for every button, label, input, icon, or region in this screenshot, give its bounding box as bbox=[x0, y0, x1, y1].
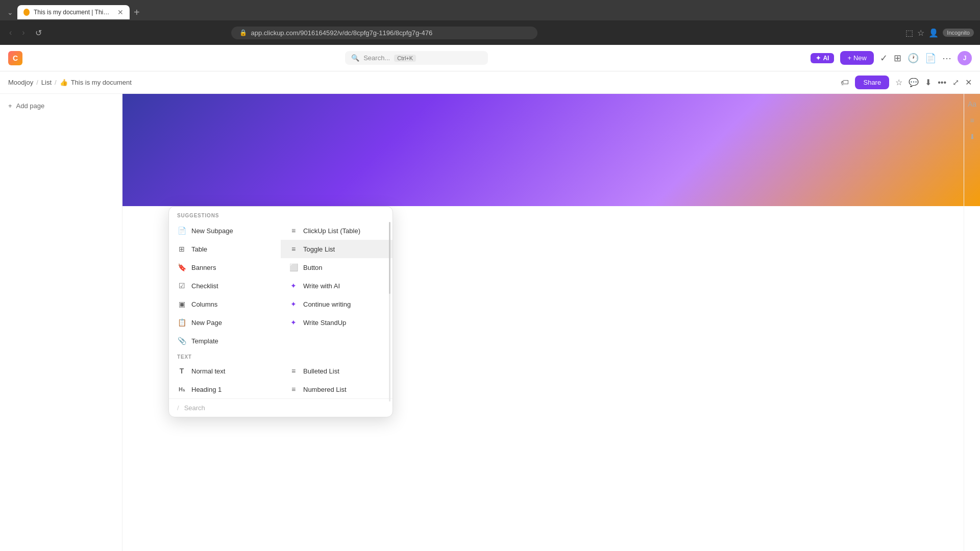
tag-icon[interactable]: 🏷 bbox=[841, 78, 849, 87]
tab-group-back[interactable]: ⌄ bbox=[5, 6, 15, 18]
suggestion-new-subpage[interactable]: 📄 New Subpage bbox=[169, 221, 281, 240]
new-page-label: New Page bbox=[191, 319, 222, 327]
star-icon[interactable]: ☆ bbox=[895, 78, 902, 87]
bulleted-list-label: Bulleted List bbox=[303, 367, 339, 375]
new-label: New bbox=[853, 54, 867, 62]
suggestion-template[interactable]: 📎 Template bbox=[169, 332, 281, 350]
ai-badge[interactable]: ✦ AI bbox=[811, 53, 834, 63]
download-icon[interactable]: ⬇ bbox=[925, 78, 932, 87]
suggestion-toggle-list[interactable]: ≡ Toggle List bbox=[281, 240, 393, 258]
columns-icon: ▣ bbox=[177, 299, 186, 309]
slash-prefix: / bbox=[177, 404, 179, 412]
bookmark-icon[interactable]: ☆ bbox=[917, 28, 924, 38]
breadcrumb-sep-2: / bbox=[55, 79, 57, 86]
banner bbox=[0, 94, 980, 206]
heading1-label: Heading 1 bbox=[191, 386, 222, 393]
app-logo: C bbox=[8, 51, 22, 65]
suggestion-numbered-list[interactable]: ≡ Numbered List bbox=[281, 380, 393, 398]
text-section-label: TEXT bbox=[169, 350, 393, 362]
suggestions-dropdown: SUGGESTIONS 📄 New Subpage ≡ ClickUp List… bbox=[168, 206, 393, 417]
banners-icon: 🔖 bbox=[177, 263, 186, 272]
tool-2[interactable]: ⬇ bbox=[969, 133, 975, 141]
suggestion-normal-text[interactable]: T Normal text bbox=[169, 362, 281, 380]
numbered-list-label: Numbered List bbox=[303, 386, 347, 393]
avatar[interactable]: J bbox=[958, 51, 972, 65]
tab-bar: ⌄ This is my document | This is m... ✕ + bbox=[0, 0, 980, 20]
suggestion-table[interactable]: ⊞ Table bbox=[169, 240, 281, 258]
breadcrumb-doc[interactable]: This is my document bbox=[71, 79, 132, 86]
suggestion-checklist[interactable]: ☑ Checklist bbox=[169, 277, 281, 295]
refresh-button[interactable]: ↺ bbox=[32, 26, 45, 40]
suggestion-banners[interactable]: 🔖 Banners bbox=[169, 258, 281, 277]
doc-header: Moodjoy / List / 👍 This is my document 🏷… bbox=[0, 71, 980, 94]
grid-icon[interactable]: ⊞ bbox=[894, 53, 901, 64]
tool-1[interactable]: ≡ bbox=[970, 116, 974, 124]
comments-icon[interactable]: 💬 bbox=[909, 78, 919, 87]
cast-icon[interactable]: ⬚ bbox=[905, 28, 913, 38]
more-options-icon[interactable]: ••• bbox=[938, 78, 946, 87]
suggestion-columns[interactable]: ▣ Columns bbox=[169, 295, 281, 313]
new-button[interactable]: + New bbox=[840, 51, 874, 65]
ai-sparkle-icon: ✦ bbox=[816, 55, 821, 62]
browser-actions: ⬚ ☆ 👤 Incognito bbox=[905, 28, 974, 38]
breadcrumb: Moodjoy / List / 👍 This is my document bbox=[8, 79, 132, 86]
dropdown-search-placeholder: Search bbox=[184, 404, 205, 412]
suggestion-write-ai[interactable]: ✦ Write with AI bbox=[281, 277, 393, 295]
table-label: Table bbox=[191, 245, 207, 253]
template-icon: 📎 bbox=[177, 336, 186, 345]
forward-button[interactable]: › bbox=[19, 26, 28, 39]
suggestion-bulleted-list[interactable]: ≡ Bulleted List bbox=[281, 362, 393, 380]
suggestion-write-standup[interactable]: ✦ Write StandUp bbox=[281, 313, 393, 332]
font-size-tool[interactable]: Aa bbox=[968, 100, 976, 108]
button-icon: ⬜ bbox=[289, 263, 298, 272]
header-actions: + New ✓ ⊞ 🕐 📄 ⋯ J bbox=[840, 51, 972, 65]
apps-icon[interactable]: ⋯ bbox=[942, 53, 951, 64]
toggle-list-label: Toggle List bbox=[303, 245, 335, 253]
address-bar[interactable]: 🔒 app.clickup.com/9016164592/v/dc/8cpfg7… bbox=[231, 27, 537, 39]
breadcrumb-workspace[interactable]: Moodjoy bbox=[8, 79, 33, 86]
breadcrumb-list[interactable]: List bbox=[41, 79, 52, 86]
suggestion-new-page[interactable]: 📋 New Page bbox=[169, 313, 281, 332]
tab-close-icon[interactable]: ✕ bbox=[117, 8, 124, 16]
columns-label: Columns bbox=[191, 300, 217, 308]
share-button[interactable]: Share bbox=[855, 76, 889, 89]
suggestion-clickup-list[interactable]: ≡ ClickUp List (Table) bbox=[281, 221, 393, 240]
tab-title: This is my document | This is m... bbox=[34, 9, 111, 16]
back-button[interactable]: ‹ bbox=[6, 26, 15, 39]
suggestion-button[interactable]: ⬜ Button bbox=[281, 258, 393, 277]
new-icon: + bbox=[847, 54, 851, 62]
checkmark-icon[interactable]: ✓ bbox=[880, 53, 888, 64]
add-page-label: Add page bbox=[16, 102, 45, 110]
url-text: app.clickup.com/9016164592/v/dc/8cpfg7g-… bbox=[251, 29, 433, 37]
search-shortcut: Ctrl+K bbox=[394, 55, 416, 62]
expand-icon[interactable]: ⤢ bbox=[952, 78, 959, 87]
table-icon: ⊞ bbox=[177, 244, 186, 254]
continue-writing-icon: ✦ bbox=[289, 299, 298, 309]
banners-label: Banners bbox=[191, 264, 216, 271]
profile-icon[interactable]: 👤 bbox=[928, 28, 939, 38]
new-subpage-label: New Subpage bbox=[191, 227, 233, 235]
active-tab[interactable]: This is my document | This is m... ✕ bbox=[17, 5, 130, 19]
clock-icon[interactable]: 🕐 bbox=[908, 53, 919, 64]
search-bar[interactable]: 🔍 Search... Ctrl+K bbox=[345, 51, 488, 65]
suggestion-continue-writing[interactable]: ✦ Continue writing bbox=[281, 295, 393, 313]
breadcrumb-sep-1: / bbox=[36, 79, 38, 86]
add-page-button[interactable]: + Add page bbox=[0, 98, 122, 114]
clickup-list-icon: ≡ bbox=[289, 226, 298, 235]
address-bar-row: ‹ › ↺ 🔒 app.clickup.com/9016164592/v/dc/… bbox=[0, 20, 980, 45]
incognito-badge: Incognito bbox=[943, 29, 974, 37]
search-placeholder: Search... bbox=[363, 54, 390, 62]
dropdown-search-bar[interactable]: / Search bbox=[169, 398, 393, 417]
normal-text-label: Normal text bbox=[191, 367, 225, 375]
bulleted-list-icon: ≡ bbox=[289, 366, 298, 375]
dropdown-scrollbar[interactable] bbox=[389, 222, 390, 402]
continue-writing-label: Continue writing bbox=[303, 300, 351, 308]
checklist-label: Checklist bbox=[191, 282, 218, 290]
suggestion-heading-1[interactable]: H₁ Heading 1 bbox=[169, 380, 281, 398]
doc-icon[interactable]: 📄 bbox=[925, 53, 936, 64]
new-tab-button[interactable]: + bbox=[134, 7, 140, 18]
close-icon[interactable]: ✕ bbox=[965, 78, 972, 87]
write-ai-icon: ✦ bbox=[289, 281, 298, 290]
toggle-list-icon: ≡ bbox=[289, 244, 298, 254]
checklist-icon: ☑ bbox=[177, 281, 186, 290]
